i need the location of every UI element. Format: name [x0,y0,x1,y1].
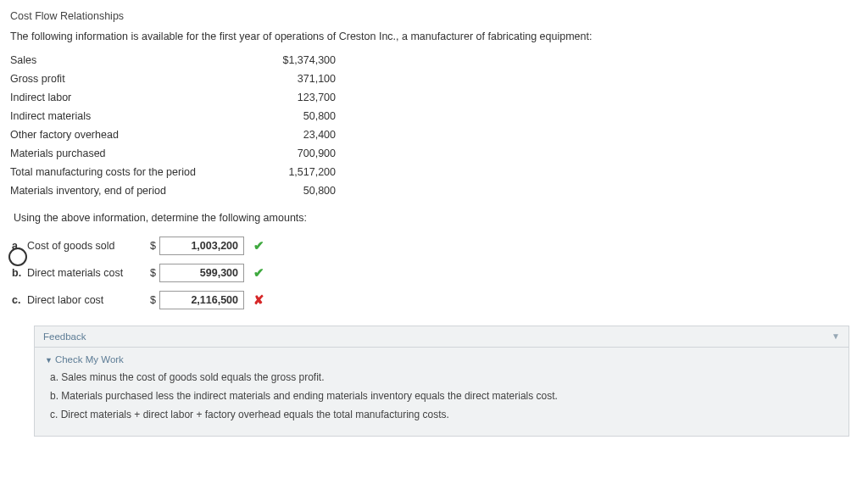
data-row: Indirect labor123,700 [10,88,341,107]
data-row: Gross profit371,100 [10,70,341,88]
answer-letter: c. [10,287,25,314]
check-my-work-label: Check My Work [55,354,124,365]
data-row-label: Materials purchased [10,144,248,163]
question-prompt: Using the above information, determine t… [14,212,858,224]
dollar-sign: $ [146,287,158,314]
check-icon: ✔ [251,238,266,253]
data-row: Materials purchased700,900 [10,144,341,163]
feedback-header-label: Feedback [43,331,86,342]
data-row: Indirect materials50,800 [10,107,341,125]
feedback-line: a. Sales minus the cost of goods sold eq… [50,371,838,383]
feedback-header[interactable]: Feedback ▼ [35,326,849,348]
answer-row: b.Direct materials cost$✔ [10,259,268,287]
check-my-work-toggle[interactable]: ▼Check My Work [45,354,838,365]
dollar-sign: $ [146,232,158,259]
answer-row: a.Cost of goods sold$✔ [10,232,268,259]
answer-input[interactable] [159,264,244,282]
dollar-sign: $ [146,259,158,287]
data-row-value: 50,800 [248,107,341,125]
check-icon: ✔ [251,265,266,281]
answer-input[interactable] [159,237,244,255]
answer-label: Cost of goods sold [25,232,146,259]
answer-input[interactable] [159,291,244,309]
answer-label: Direct materials cost [25,259,146,287]
data-row-value: 50,800 [248,181,341,200]
data-row-label: Sales [10,51,248,70]
x-icon: ✘ [251,292,266,308]
data-row: Sales$1,374,300 [10,51,341,70]
data-row-label: Other factory overhead [10,125,248,144]
page-title: Cost Flow Relationships [10,10,858,22]
data-row-label: Total manufacturing costs for the period [10,163,248,181]
data-row-label: Indirect materials [10,107,248,125]
data-row-label: Materials inventory, end of period [10,181,248,200]
data-row-value: 23,400 [248,125,341,144]
answer-row: c.Direct labor cost$✘ [10,287,268,314]
answer-label: Direct labor cost [25,287,146,314]
answer-letter: b. [10,259,25,287]
data-row: Total manufacturing costs for the period… [10,163,341,181]
data-row-value: 700,900 [248,144,341,163]
answer-letter: a. [10,232,25,259]
feedback-panel: Feedback ▼ ▼Check My Work a. Sales minus… [34,326,849,437]
data-row-value: 123,700 [248,88,341,107]
data-row-value: 371,100 [248,70,341,88]
data-row-value: 1,517,200 [248,163,341,181]
feedback-line: b. Materials purchased less the indirect… [50,390,838,402]
feedback-line: c. Direct materials + direct labor + fac… [50,409,838,420]
chevron-down-icon: ▼ [45,356,53,365]
data-row-label: Indirect labor [10,88,248,107]
answers-table: a.Cost of goods sold$✔b.Direct materials… [10,232,268,314]
data-row-label: Gross profit [10,70,248,88]
collapse-icon: ▼ [832,331,840,341]
data-row-value: $1,374,300 [248,51,341,70]
given-data-table: Sales$1,374,300Gross profit371,100Indire… [10,51,341,200]
intro-text: The following information is available f… [10,31,858,42]
data-row: Other factory overhead23,400 [10,125,341,144]
data-row: Materials inventory, end of period50,800 [10,181,341,200]
